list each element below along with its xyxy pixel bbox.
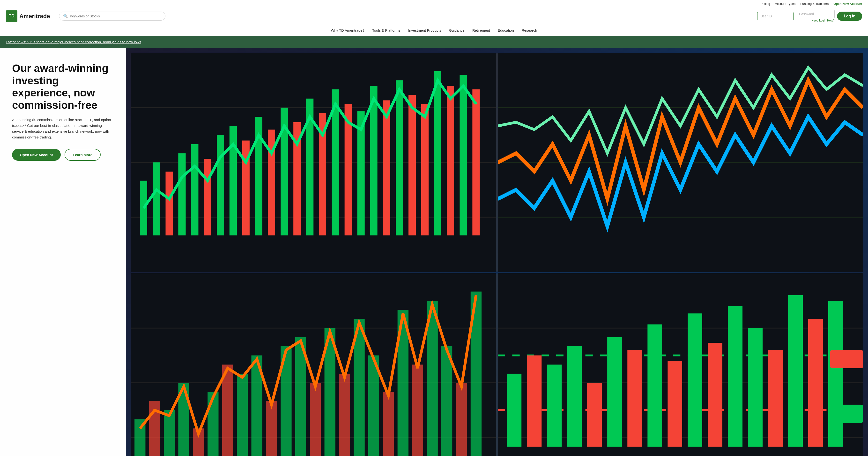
search-area: 🔍 [59,11,165,21]
news-bar: Latest news: Virus fears drive major ind… [0,36,868,48]
svg-rect-80 [728,306,742,447]
password-input[interactable] [796,10,835,18]
nav-tools[interactable]: Tools & Platforms [372,28,401,32]
nav-research[interactable]: Research [522,28,537,32]
hero-text-area: Our award-winning investing experience, … [0,48,126,456]
svg-rect-7 [178,153,186,235]
hero-image-area [126,48,868,456]
svg-rect-71 [547,365,561,447]
svg-rect-85 [828,301,843,447]
search-icon: 🔍 [63,14,68,19]
password-stack: Need Login Help? [796,10,835,22]
svg-rect-73 [587,383,602,447]
login-help-link[interactable]: Need Login Help? [796,19,835,22]
svg-rect-28 [447,86,454,235]
trading-panel-2 [497,53,863,272]
svg-rect-72 [567,346,581,447]
svg-rect-83 [788,295,802,447]
hero-buttons: Open New Account Learn More [12,149,114,161]
trading-panel-4 [497,273,863,456]
svg-rect-44 [208,392,218,456]
svg-rect-82 [768,350,782,447]
svg-rect-6 [165,171,173,235]
svg-rect-78 [688,314,702,447]
svg-rect-77 [668,361,682,447]
login-button[interactable]: Log In [837,11,862,21]
svg-rect-69 [507,374,521,447]
login-area: Need Login Help? Log In [757,10,862,22]
svg-rect-86 [830,350,863,368]
svg-rect-56 [383,392,394,456]
search-input[interactable] [70,14,161,18]
userid-stack [757,12,794,20]
pricing-link[interactable]: Pricing [761,2,770,6]
td-logo-box: TD [6,10,18,22]
svg-rect-76 [647,325,662,447]
svg-rect-5 [153,162,160,235]
svg-rect-87 [830,405,863,423]
svg-rect-74 [607,337,622,447]
funding-transfers-link[interactable]: Funding & Transfers [800,2,829,6]
td-logo-text: TD [9,13,14,19]
nav-retirement[interactable]: Retirement [472,28,490,32]
site-header: TD Ameritrade 🔍 Need Login Help? Log In [0,7,868,25]
trading-screens-grid [126,48,868,456]
hero-open-account-button[interactable]: Open New Account [12,149,61,161]
svg-rect-27 [434,71,441,236]
brand-name: Ameritrade [19,13,50,20]
logo-area: TD Ameritrade [6,10,54,22]
svg-rect-8 [191,144,198,236]
nav-education[interactable]: Education [498,28,514,32]
hero-subtitle: Announcing $0 commissions on online stoc… [12,117,114,140]
svg-rect-53 [339,374,350,456]
nav-investments[interactable]: Investment Products [408,28,441,32]
svg-rect-29 [460,75,467,236]
svg-rect-25 [408,95,416,236]
svg-rect-48 [266,401,277,456]
top-open-account-link[interactable]: Open New Account [833,2,862,6]
svg-rect-81 [748,328,762,447]
svg-rect-84 [808,319,823,447]
nav-why-tda[interactable]: Why TD Ameritrade? [331,28,365,32]
svg-rect-24 [396,80,403,235]
trading-panel-3 [131,273,497,456]
account-types-link[interactable]: Account Types [775,2,796,6]
svg-rect-79 [708,343,722,447]
top-utility-bar: Pricing Account Types Funding & Transfer… [0,0,868,7]
svg-rect-70 [527,356,541,447]
news-link[interactable]: Latest news: Virus fears drive major ind… [6,40,141,44]
svg-rect-23 [383,100,390,235]
nav-guidance[interactable]: Guidance [449,28,464,32]
svg-rect-61 [456,383,467,456]
svg-rect-9 [204,159,211,235]
hero-title: Our award-winning investing experience, … [12,62,114,111]
main-nav: Why TD Ameritrade? Tools & Platforms Inv… [0,25,868,36]
svg-rect-10 [217,135,224,235]
hero-section: Our award-winning investing experience, … [0,48,868,456]
svg-rect-51 [310,383,321,456]
userid-input[interactable] [757,12,794,20]
search-box: 🔍 [59,11,165,21]
svg-rect-58 [412,365,423,456]
svg-rect-46 [237,374,248,456]
svg-rect-30 [472,89,479,235]
svg-rect-26 [421,104,429,235]
trading-panel-1 [131,53,497,272]
hero-learn-more-button[interactable]: Learn More [65,149,101,161]
svg-rect-75 [627,350,642,447]
